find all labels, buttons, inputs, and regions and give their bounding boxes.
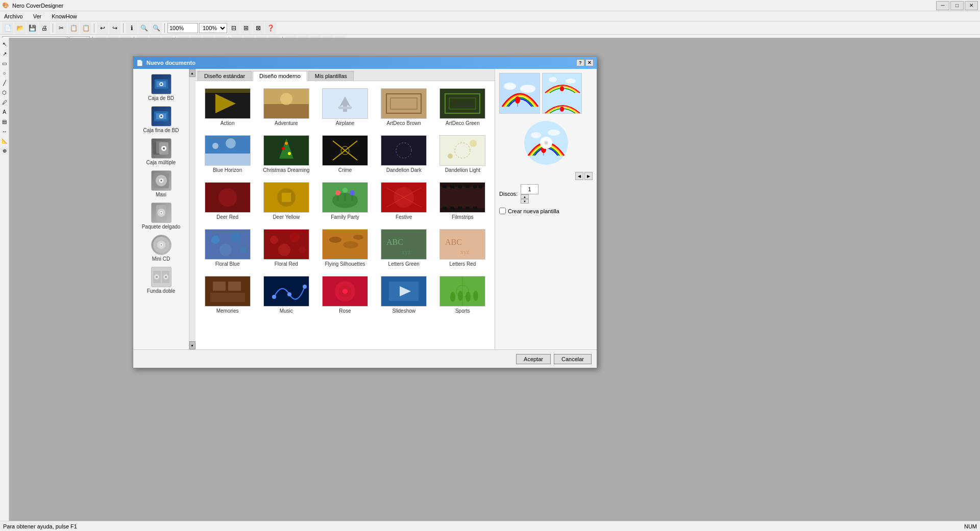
discs-spin-down[interactable]: ▼ (521, 199, 529, 204)
tab-moderno[interactable]: Diseño moderno (253, 71, 307, 81)
preview-next-button[interactable]: ▶ (584, 172, 593, 180)
template-floral-blue[interactable]: Floral Blue (201, 227, 254, 269)
svg-point-49 (212, 143, 218, 149)
svg-point-77 (342, 188, 348, 193)
dialog-overlay: 📄 Nuevo documento ? ✕ (0, 0, 980, 531)
dialog-footer: Aceptar Cancelar (133, 349, 597, 368)
template-slideshow[interactable]: Slideshow (377, 274, 431, 316)
svg-point-145 (504, 83, 516, 90)
template-airplane[interactable]: Airplane (318, 86, 372, 128)
dialog-title: Nuevo documento (146, 60, 195, 66)
dialog-close-button[interactable]: ✕ (585, 59, 594, 66)
discs-input[interactable] (521, 184, 538, 194)
sidebar-scroll-down[interactable]: ▼ (189, 341, 195, 349)
accept-button[interactable]: Aceptar (516, 354, 551, 364)
svg-text:xyz: xyz (460, 248, 469, 256)
template-dandelion-dark[interactable]: Dandelion Dark (377, 133, 431, 175)
sidebar-scroll-track (189, 77, 195, 341)
nuevo-documento-dialog: 📄 Nuevo documento ? ✕ (133, 56, 597, 368)
adventure-label: Adventure (275, 120, 298, 126)
template-christmas[interactable]: Christmas Dreaming (259, 133, 313, 175)
sidebar-scrollbar[interactable]: ▲ ▼ (189, 69, 195, 349)
sidebar-scroll-up[interactable]: ▲ (189, 69, 195, 77)
svg-point-7 (160, 115, 162, 117)
caja-multiple-label: Caja múltiple (146, 160, 176, 165)
svg-rect-64 (440, 136, 485, 165)
template-artdeco-green[interactable]: ArtDeco Green (436, 86, 489, 128)
template-artdeco-brown[interactable]: ArtDeco Brown (377, 86, 431, 128)
caja-bd-icon (151, 74, 172, 94)
preview-cover-large (499, 73, 540, 114)
dialog-help-button[interactable]: ? (576, 59, 584, 66)
svg-marker-40 (338, 107, 352, 109)
maxi-label: Maxi (156, 192, 166, 197)
tab-estandar[interactable]: Diseño estándar (198, 71, 252, 81)
tab-plantillas[interactable]: Mis plantillas (308, 71, 354, 81)
filmstrips-label: Filmstrips (452, 214, 474, 220)
template-festive[interactable]: Festive (377, 180, 431, 222)
svg-point-138 (450, 292, 455, 302)
letters-green-label: Letters Green (388, 261, 420, 267)
svg-rect-91 (465, 185, 470, 188)
template-family-party[interactable]: Family Party (318, 180, 372, 222)
sidebar-item-caja-multiple[interactable]: Caja múltiple (141, 138, 182, 165)
template-deer-yellow[interactable]: Deer Yellow (259, 180, 313, 222)
sidebar-item-caja-bd[interactable]: Caja de BD (141, 74, 182, 101)
svg-rect-41 (381, 89, 426, 118)
sidebar: Caja de BD Caja fina de BD (133, 69, 189, 349)
preview-prev-button[interactable]: ◀ (575, 172, 583, 180)
template-memories[interactable]: Memories (201, 274, 254, 316)
svg-point-141 (473, 291, 478, 301)
dandelion-light-thumb (439, 135, 485, 166)
svg-rect-33 (205, 89, 250, 93)
template-floral-red[interactable]: Floral Red (259, 227, 313, 269)
svg-rect-60 (381, 136, 426, 165)
new-template-checkbox[interactable] (499, 208, 506, 214)
svg-point-125 (287, 292, 291, 296)
template-adventure[interactable]: Adventure (259, 86, 313, 128)
template-letters-red[interactable]: ABC xyz Letters Red (436, 227, 489, 269)
discs-spin-up[interactable]: ▲ (521, 194, 529, 199)
template-flying-silhouettes[interactable]: Flying Silhouettes (318, 227, 372, 269)
sidebar-item-funda-doble[interactable]: Funda doble (141, 267, 182, 294)
deer-red-thumb (205, 182, 251, 213)
template-filmstrips[interactable]: Filmstrips (436, 180, 489, 222)
cancel-button[interactable]: Cancelar (554, 354, 592, 364)
crime-label: Crime (338, 167, 352, 173)
svg-point-152 (560, 107, 564, 112)
template-deer-red[interactable]: Deer Red (201, 180, 254, 222)
deer-yellow-label: Deer Yellow (273, 214, 300, 220)
svg-point-112 (353, 235, 363, 240)
svg-point-148 (560, 86, 564, 91)
dandelion-light-label: Dandelion Light (445, 167, 481, 173)
svg-point-130 (342, 289, 348, 294)
template-music[interactable]: Music (259, 274, 313, 316)
template-letters-green[interactable]: ABC xyz Letters Green (377, 227, 431, 269)
template-dandelion-light[interactable]: Dandelion Light (436, 133, 489, 175)
sidebar-item-paquete-delgado[interactable]: Paquete delgado (141, 203, 182, 230)
svg-point-36 (280, 93, 292, 105)
svg-rect-94 (443, 207, 447, 210)
sidebar-item-caja-fina-bd[interactable]: Caja fina de BD (141, 106, 182, 133)
preview-nav: ◀ ▶ (499, 172, 593, 180)
svg-point-124 (272, 295, 276, 299)
svg-point-110 (329, 237, 341, 243)
main-content: Diseño estándar Diseño moderno Mis plant… (195, 69, 495, 349)
dialog-titlebar-buttons: ? ✕ (576, 59, 594, 66)
christmas-label: Christmas Dreaming (263, 167, 309, 173)
rose-label: Rose (339, 308, 351, 314)
floral-red-label: Floral Red (275, 261, 298, 267)
svg-point-12 (163, 147, 165, 149)
templates-grid-area: Action Adventure (195, 81, 495, 349)
template-rose[interactable]: Rose (318, 274, 372, 316)
template-crime[interactable]: Crime (318, 133, 372, 175)
template-blue-horizon[interactable]: Blue Horizon (201, 133, 254, 175)
airplane-thumb (322, 88, 368, 119)
svg-point-146 (520, 85, 535, 93)
template-sports[interactable]: Sports (436, 274, 489, 316)
svg-rect-121 (228, 282, 241, 291)
sidebar-item-mini-cd[interactable]: Mini CD (141, 235, 182, 262)
sidebar-item-maxi[interactable]: Maxi (141, 170, 182, 197)
template-action[interactable]: Action (201, 86, 254, 128)
dialog-icon: 📄 (136, 60, 143, 66)
